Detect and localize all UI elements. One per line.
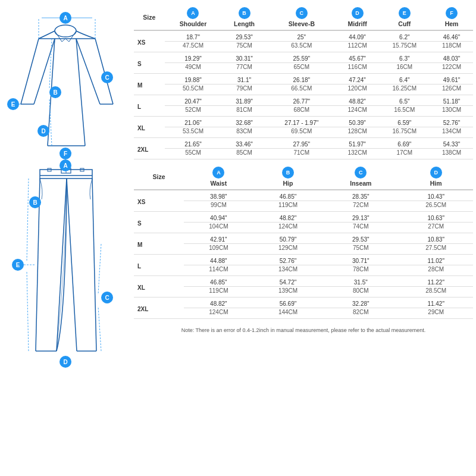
cell-a-in: 20.47" [165,95,221,106]
col-a-label: Shoulder [180,20,207,27]
cell-c-cm: 75CM [322,244,399,255]
svg-text:C: C [105,295,109,301]
svg-text:A: A [63,15,67,21]
cell-e-cm: 16.5CM [379,106,431,117]
table-row: XL 21.06" 32.68" 27.17 - 1.97" 50.39" 6.… [134,117,473,127]
table-row: 49CM 77CM 65CM 116CM 16CM 122CM [134,63,473,74]
cell-f-cm: 126CM [430,84,473,95]
cell-d-in: 11.02" [399,255,473,265]
table-row: 124CM 144CM 82CM 29CM [134,308,473,319]
cell-e-in: 6.59" [379,117,431,127]
size-label: L [134,95,165,117]
cell-b-in: 54.72" [253,276,323,287]
cell-d-cm: 27.5CM [399,244,473,255]
cell-c-in: 26.18" [267,74,336,84]
col-d-header: D Midriff [336,6,379,30]
table-row: L 20.47" 31.89" 26.77" 48.82" 6.5" 51.18… [134,95,473,106]
cell-a-in: 46.85" [184,276,253,287]
cell-b-cm: 77CM [221,63,267,74]
cell-b-cm: 129CM [253,244,323,255]
col-c-header: C Sleeve-B [267,6,336,30]
table-row: 119CM 139CM 80CM 28.5CM [134,287,473,298]
cell-b-cm: 139CM [253,287,323,298]
cell-c-in: 32.28" [322,298,399,308]
cell-b-in: 50.79" [253,233,323,244]
size-label: XS [134,190,184,212]
cell-a-in: 42.91" [184,233,253,244]
col-b-label: Length [234,20,255,27]
table-row: S 19.29" 30.31" 25.59" 45.67" 6.3" 48.03… [134,52,473,63]
cell-b-cm: 119CM [253,201,323,212]
diagram-section: A B C D E F [3,6,134,470]
cell-b-cm: 85CM [221,149,267,159]
cell-d-in: 45.67" [336,52,379,63]
cell-d-cm: 28.5CM [399,287,473,298]
table-row: L 44.88" 52.76" 30.71" 11.02" [134,255,473,265]
cell-b-in: 52.76" [253,255,323,265]
cell-c-cm: 80CM [322,287,399,298]
cell-e-in: 6.69" [379,138,431,149]
cell-e-cm: 16.75CM [379,127,431,138]
cell-d-cm: 116CM [336,63,379,74]
table-row: 2XL 21.65" 33.46" 27.95" 51.97" 6.69" 54… [134,138,473,149]
cell-e-cm: 15.75CM [379,42,431,52]
cell-b-cm: 134CM [253,265,323,276]
cell-d-cm: 29CM [399,308,473,319]
cell-b-cm: 75CM [221,42,267,52]
col-f-header: F Hem [430,6,473,30]
cell-f-in: 46.46" [430,30,473,42]
cell-c-in: 29.13" [322,212,399,223]
col-e-header: E Cuff [379,6,431,30]
cell-c-in: 25.59" [267,52,336,63]
cell-a-cm: 114CM [184,265,253,276]
cell-d-in: 10.63" [399,212,473,223]
cell-a-cm: 99CM [184,201,253,212]
svg-text:F: F [64,151,67,157]
cell-c-cm: 71CM [267,149,336,159]
cell-d-in: 11.22" [399,276,473,287]
cell-f-in: 49.61" [430,74,473,84]
cell-d-cm: 128CM [336,127,379,138]
cell-e-in: 6.3" [379,52,431,63]
cell-b-in: 32.68" [221,117,267,127]
table-row: 50.5CM 79CM 66.5CM 120CM 16.25CM 126CM [134,84,473,95]
svg-line-57 [27,271,29,351]
svg-line-9 [76,39,85,146]
cell-b-in: 31.1" [221,74,267,84]
cell-a-cm: 53.5CM [165,127,221,138]
cell-e-cm: 16.25CM [379,84,431,95]
table-row: 53.5CM 83CM 69.5CM 128CM 16.75CM 134CM [134,127,473,138]
cell-b-cm: 144CM [253,308,323,319]
cell-a-cm: 52CM [165,106,221,117]
cell-b-in: 46.85" [253,190,323,201]
cell-f-cm: 118CM [430,42,473,52]
size-label: S [134,212,184,233]
cell-c-cm: 65CM [267,63,336,74]
table-row: 99CM 119CM 72CM 26.5CM [134,201,473,212]
size-label: 2XL [134,138,165,159]
size-label: M [134,74,165,95]
cell-a-cm: 49CM [165,63,221,74]
cell-c-cm: 68CM [267,106,336,117]
col-size-header: Size [134,6,165,30]
cell-a-in: 21.65" [165,138,221,149]
pants-col-b-label: Hip [283,180,293,187]
cell-d-cm: 120CM [336,84,379,95]
cell-c-in: 26.77" [267,95,336,106]
svg-line-39 [92,178,96,351]
cell-c-in: 29.53" [322,233,399,244]
size-label: L [134,255,184,276]
cell-c-in: 27.95" [267,138,336,149]
table-row: XS 38.98" 46.85" 28.35" 10.43" [134,190,473,201]
cell-a-cm: 104CM [184,223,253,233]
cell-d-cm: 124CM [336,106,379,117]
cell-c-cm: 63.5CM [267,42,336,52]
size-label: 2XL [134,298,184,319]
cell-c-cm: 78CM [322,265,399,276]
cell-b-in: 33.46" [221,138,267,149]
svg-text:E: E [11,101,15,108]
cell-b-cm: 81CM [221,106,267,117]
cell-e-cm: 17CM [379,149,431,159]
cell-d-cm: 28CM [399,265,473,276]
main-container: A B C D E F [0,0,476,476]
